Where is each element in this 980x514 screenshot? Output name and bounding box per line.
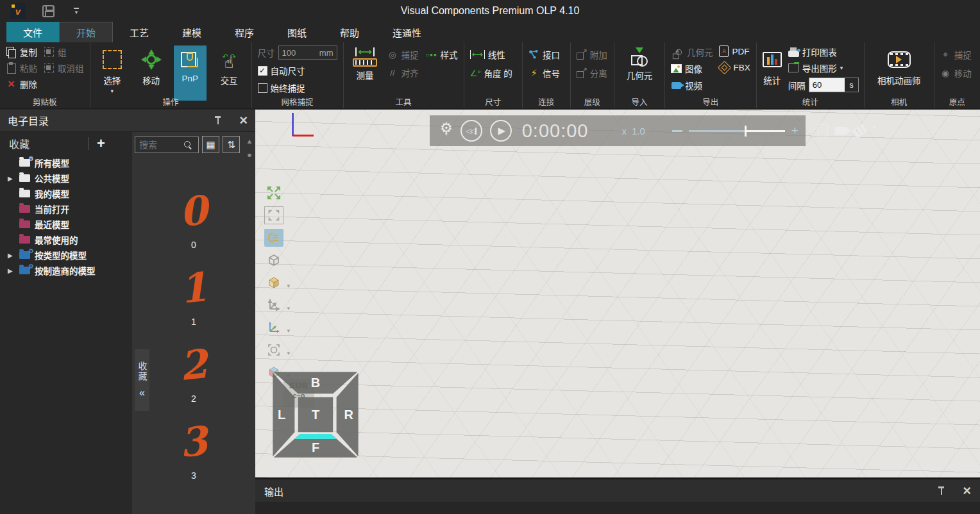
export-pdf-quick-icon[interactable]: A	[818, 124, 828, 137]
viewport-3d[interactable]: ⚙ ▾ ◁◁ ▶ 0:00:00 x1.0 + A ▾	[255, 110, 980, 477]
list-scrollbar[interactable]: ▲ ●	[245, 137, 254, 160]
world-origin-z-axis	[292, 113, 294, 136]
origin-snap-button[interactable]: ⌖捕捉	[940, 48, 972, 61]
animation-export-icon[interactable]	[852, 124, 868, 138]
grid-size-input[interactable]: 100 mm	[278, 46, 337, 60]
rewind-icon: ◁◁	[466, 128, 477, 135]
render-mode-button[interactable]: ▾	[264, 274, 283, 292]
delete-button[interactable]: ×删除	[6, 78, 37, 90]
favorites-collapse-tab[interactable]: 收藏 «	[135, 349, 149, 411]
tree-item-public-models[interactable]: ▶ 公共模型	[0, 170, 132, 186]
expander-icon[interactable]: ▶	[8, 175, 15, 182]
search-box[interactable]	[135, 137, 199, 153]
copy-button[interactable]: 复制	[6, 46, 37, 58]
tab-connectivity[interactable]: 连通性	[376, 22, 438, 42]
view-cube[interactable]: B L T R F	[272, 371, 359, 458]
expander-icon[interactable]: ▶	[8, 267, 15, 274]
export-video-button[interactable]: 视频	[671, 79, 713, 92]
attach-button[interactable]: 附加	[577, 48, 607, 61]
tree-item-models-by-manufacturer[interactable]: ▶ ⚙ 按制造商的模型	[0, 263, 132, 278]
play-button[interactable]: ▶	[490, 120, 512, 142]
sort-button[interactable]: ⇅	[223, 136, 240, 153]
tab-modeling[interactable]: 建模	[165, 22, 218, 42]
camera-animator-button[interactable]: 相机动画师	[870, 46, 928, 97]
expander-icon[interactable]: ▶	[8, 252, 15, 259]
tree-item-most-used[interactable]: 最常使用的	[0, 232, 132, 247]
close-icon[interactable]: ×	[239, 115, 248, 126]
export-graph-icon	[788, 63, 798, 72]
delete-icon: ×	[6, 79, 17, 90]
tree-item-my-models[interactable]: 我的模型	[0, 186, 132, 201]
pin-icon[interactable]	[937, 486, 946, 496]
measure-button[interactable]: ⟷ 测量	[350, 46, 381, 97]
align-icon: //	[387, 67, 398, 78]
center-of-interest-button[interactable]: ▾	[264, 341, 283, 359]
model-item-1[interactable]: 1 1	[180, 269, 207, 327]
ungroup-button[interactable]: 取消组	[44, 62, 84, 74]
print-chart-button[interactable]: 打印图表	[788, 46, 859, 58]
tree-item-currently-open[interactable]: 当前打开	[0, 201, 132, 217]
signal-button[interactable]: ⚡信号	[528, 67, 560, 79]
model-item-3[interactable]: 3 3	[180, 423, 207, 481]
detach-button[interactable]: 分离	[577, 67, 607, 79]
grid-view-button[interactable]: ▦	[202, 136, 219, 153]
catalog-tree: ⚙ 所有模型 ▶ 公共模型 我的模型 当前打开 最近模型	[0, 155, 132, 278]
tab-home[interactable]: 开始	[59, 22, 113, 42]
export-geometry-button[interactable]: 几何元	[671, 46, 713, 58]
plus-icon[interactable]: +	[791, 126, 798, 136]
tree-item-all-models[interactable]: ⚙ 所有模型	[0, 155, 132, 170]
origin-move-button[interactable]: ◉移动	[940, 67, 972, 79]
projection-toggle-button[interactable]	[264, 251, 283, 269]
interface-button[interactable]: 接口	[528, 48, 560, 61]
paste-button[interactable]: 粘贴	[6, 62, 37, 74]
linear-dimension-button[interactable]: ⟷线性	[470, 48, 512, 61]
tab-drawing[interactable]: 图纸	[271, 22, 323, 42]
speed-slider[interactable]: +	[672, 126, 798, 136]
model-item-0[interactable]: 0 0	[180, 192, 207, 250]
origin-display-button[interactable]: ▾	[264, 319, 283, 336]
slider-track[interactable]	[689, 130, 785, 132]
export-graph-button[interactable]: 导出图形▾	[788, 62, 859, 74]
group-button[interactable]: 组	[44, 46, 84, 58]
tab-help[interactable]: 帮助	[323, 22, 376, 42]
frame-display-button[interactable]: ▾	[264, 296, 283, 314]
reset-button[interactable]: ◁◁	[460, 120, 482, 142]
scroll-up-icon[interactable]: ▲	[246, 137, 253, 145]
auto-size-checkbox[interactable]: ✓ 自动尺寸	[258, 64, 337, 77]
checkbox-checked-icon: ✓	[258, 66, 267, 76]
tree-item-recent-models[interactable]: 最近模型	[0, 217, 132, 232]
fit-view-button[interactable]	[264, 184, 283, 202]
fill-view-button[interactable]	[264, 206, 283, 224]
tree-item-models-by-type[interactable]: ▶ ⚙ 按类型的模型	[0, 247, 132, 263]
angular-dimension-button[interactable]: ∠°角度 的	[470, 67, 512, 79]
search-input[interactable]	[139, 140, 184, 150]
plane-selection-button[interactable]	[264, 229, 283, 247]
align-button[interactable]: //对齐	[387, 66, 458, 79]
close-icon[interactable]: ×	[963, 485, 971, 497]
add-favorite-button[interactable]: +	[97, 137, 105, 150]
tab-program[interactable]: 程序	[218, 22, 271, 42]
export-image-button[interactable]: 图像	[671, 62, 713, 75]
statistics-button[interactable]: 统计	[763, 46, 782, 97]
pin-icon[interactable]	[214, 115, 223, 126]
minus-icon[interactable]	[672, 130, 682, 132]
export-pdf-button[interactable]: APDF	[719, 46, 750, 57]
interval-input[interactable]: 60 s	[809, 78, 859, 92]
play-icon: ▶	[496, 125, 505, 137]
import-geometry-button[interactable]: 几何元	[620, 46, 659, 97]
scroll-thumb[interactable]: ●	[247, 150, 252, 160]
export-fbx-button[interactable]: FBX	[719, 62, 750, 73]
always-snap-checkbox[interactable]: 始终捕捉	[258, 81, 337, 94]
snap-button[interactable]: ◎捕捉	[387, 48, 419, 61]
slider-handle[interactable]	[745, 126, 747, 137]
tab-file[interactable]: 文件	[6, 22, 59, 42]
move-button[interactable]: 移动	[135, 46, 167, 97]
simulation-settings-button[interactable]: ⚙ ▾	[440, 125, 453, 137]
record-video-icon[interactable]	[834, 127, 847, 135]
tab-process[interactable]: 工艺	[113, 22, 165, 42]
style-button[interactable]: ▫▪▪样式	[427, 48, 458, 61]
select-button[interactable]: 选择 ▾	[96, 46, 129, 97]
pnp-button[interactable]: PnP	[174, 46, 207, 101]
model-item-2[interactable]: 2 2	[180, 346, 207, 404]
interact-button[interactable]: ↶ ↷ ☝ 交互	[213, 46, 246, 97]
